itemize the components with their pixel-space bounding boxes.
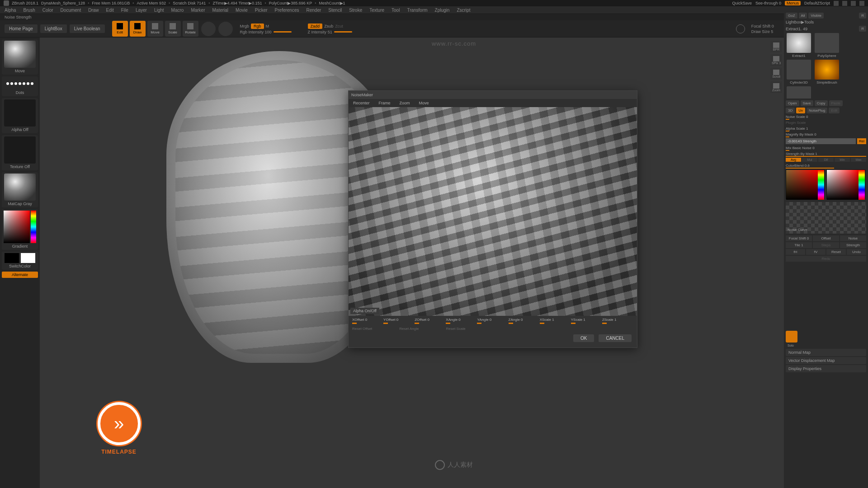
edit-mode-button[interactable]: Edit	[112, 21, 128, 37]
visible-button[interactable]: Visible	[808, 13, 823, 19]
color-panel[interactable]: Gradient	[2, 209, 38, 250]
menu-zplugin[interactable]: Zplugin	[435, 8, 450, 13]
copy-button[interactable]: Copy	[815, 100, 828, 106]
close-icon[interactable]	[859, 1, 864, 6]
minimize-icon[interactable]	[842, 1, 847, 6]
reset-button[interactable]: Reset	[826, 249, 846, 255]
offset-zangle[interactable]: ZAngle 0	[509, 318, 540, 324]
tool-item-extract1[interactable]: Extract1	[786, 33, 812, 58]
dialog-titlebar[interactable]: NoiseMaker	[349, 91, 637, 99]
reset-scale-button[interactable]: Reset Scale	[446, 327, 465, 331]
offset-button[interactable]: Offset	[813, 235, 839, 241]
menu-stencil[interactable]: Stencil	[328, 8, 342, 13]
rgb-intensity-slider[interactable]: Rgb Intensity 100	[240, 30, 272, 34]
menu-texture[interactable]: Texture	[369, 8, 384, 13]
color-picker-a[interactable]	[786, 169, 825, 199]
scroll-button[interactable]: Scroll	[770, 68, 782, 80]
offset-zoffset[interactable]: ZOffset 0	[415, 318, 446, 324]
color-picker[interactable]	[4, 211, 36, 243]
cancel-button[interactable]: CANCEL	[599, 334, 632, 342]
seethrough-slider[interactable]: See-through 0	[755, 1, 781, 5]
prop-normal-map[interactable]: Normal Map	[786, 349, 866, 356]
zsub-button[interactable]: Zsub	[324, 24, 333, 28]
open-button[interactable]: Open	[786, 100, 799, 106]
all-button[interactable]: All	[799, 13, 807, 19]
menu-alpha[interactable]: Alpha	[5, 8, 16, 13]
menu-file[interactable]: File	[121, 8, 128, 13]
move-mode-button[interactable]: Move	[147, 21, 163, 37]
window-icon[interactable]	[834, 1, 839, 6]
zadd-button[interactable]: Zadd	[308, 23, 323, 29]
alpha-onoff-button[interactable]: Alpha On/Off	[350, 308, 379, 314]
menu-color[interactable]: Color	[42, 8, 53, 13]
steps-button[interactable]: Steps	[813, 242, 839, 248]
plugin-scale-slider[interactable]: Plugin Scale	[786, 121, 866, 125]
noise-preview[interactable]: Alpha On/Off	[349, 107, 637, 316]
offset-xangle[interactable]: XAngle 0	[446, 318, 477, 324]
menu-light[interactable]: Light	[154, 8, 164, 13]
blend-dif-button[interactable]: Dif	[818, 158, 834, 162]
bpr-button[interactable]: BPR	[770, 41, 782, 52]
strength-input[interactable]: -0.00143 Strength	[786, 138, 856, 144]
menu-macro[interactable]: Macro	[171, 8, 184, 13]
gyro-button[interactable]	[201, 22, 216, 36]
scale-mode-button[interactable]: Scale	[165, 21, 181, 37]
blend-min-button[interactable]: Min	[835, 158, 850, 162]
reset-offset-button[interactable]: Reset Offset	[352, 327, 372, 331]
edit-button[interactable]: Edit	[829, 108, 840, 113]
tool-item-polysphere[interactable]: PolySphere	[814, 33, 840, 58]
alpha-panel[interactable]: Alpha Off	[2, 98, 38, 133]
prop-display-properties[interactable]: Display Properties	[786, 365, 866, 372]
redo-button[interactable]: Redo	[786, 256, 866, 262]
material-panel[interactable]: MatCap Gray	[2, 172, 38, 207]
white-swatch[interactable]	[21, 253, 35, 263]
blend-max-button[interactable]: Max	[851, 158, 866, 162]
dlg-zoom-button[interactable]: Zoom	[400, 101, 410, 105]
alpha-scale-slider[interactable]: Alpha Scale 1	[786, 127, 866, 131]
texture-panel[interactable]: Texture Off	[2, 135, 38, 170]
offset-yangle[interactable]: YAngle 0	[477, 318, 508, 324]
menu-render[interactable]: Render	[307, 8, 321, 13]
mix-basic-noise-slider[interactable]: Mix Basic Noise 0	[786, 146, 866, 150]
noise-curve-graph[interactable]: Noise Curve	[786, 202, 866, 234]
menu-zscript[interactable]: Zscript	[457, 8, 470, 13]
blend-mul-button[interactable]: Mul	[802, 158, 817, 162]
menu-document[interactable]: Document	[61, 8, 81, 13]
rotate-mode-button[interactable]: Rotate	[183, 21, 198, 37]
menu-tool[interactable]: Tool	[392, 8, 400, 13]
default-zscript[interactable]: DefaultZScript	[804, 1, 830, 5]
prop-vector-displacement-map[interactable]: Vector Displacement Map	[786, 357, 866, 364]
noise-button[interactable]: Noise	[840, 235, 866, 241]
strength-button[interactable]: Strength	[840, 242, 866, 248]
offset-yscale[interactable]: YScale 1	[571, 318, 602, 324]
dlg-frame-button[interactable]: Frame	[379, 101, 391, 105]
tile-button[interactable]: Tile 1	[786, 242, 812, 248]
offset-xscale[interactable]: XScale 1	[540, 318, 571, 324]
uv-button[interactable]: Uv	[796, 108, 805, 113]
home-button[interactable]: Home Page	[5, 24, 38, 33]
menu-brush[interactable]: Brush	[24, 8, 35, 13]
dlg-recenter-button[interactable]: Recenter	[353, 101, 370, 105]
reset-angle-button[interactable]: Reset Angle	[399, 327, 419, 331]
draw-size-slider[interactable]: Draw Size 5	[751, 29, 774, 34]
menu-layer[interactable]: Layer	[136, 8, 147, 13]
sphere-button[interactable]	[218, 22, 233, 36]
switchcolor-label[interactable]: SwitchColor	[9, 264, 31, 268]
maximize-icon[interactable]	[851, 1, 856, 6]
tool-item-cylinder3d[interactable]: Cylinder3D	[786, 60, 812, 84]
lightbox-button[interactable]: LightBox	[40, 24, 67, 33]
solo-button[interactable]	[786, 331, 797, 343]
focal-shift-slider[interactable]: Focal Shift 0	[751, 24, 774, 28]
r-button-2[interactable]: R	[859, 26, 866, 32]
paste-button[interactable]: Paste	[829, 100, 843, 106]
rgb-button[interactable]: Rgb	[251, 23, 264, 29]
z-intensity-slider[interactable]: Z Intensity 51	[308, 30, 332, 34]
undo-button[interactable]: Undo	[847, 249, 866, 255]
m-button[interactable]: M	[266, 24, 269, 28]
rel-button[interactable]: Rel	[857, 138, 866, 144]
spix-button[interactable]: SPix 3	[770, 54, 782, 66]
fh-button[interactable]: fH	[786, 249, 805, 255]
brush-panel[interactable]: Move	[2, 39, 38, 75]
menu-material[interactable]: Material	[212, 8, 229, 13]
menu-marker[interactable]: Marker	[191, 8, 205, 13]
